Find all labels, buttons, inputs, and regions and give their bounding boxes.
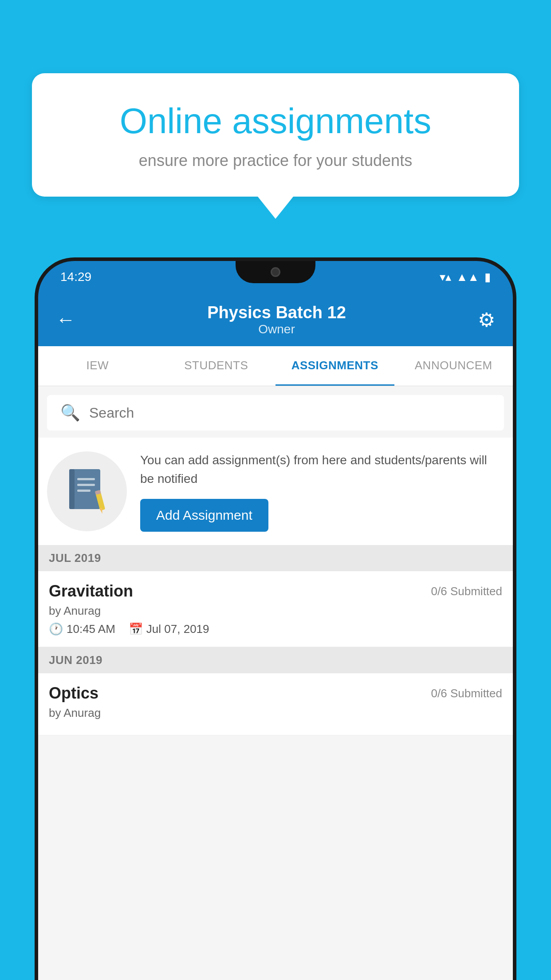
header-center: Physics Batch 12 Owner bbox=[207, 303, 346, 336]
search-icon: 🔍 bbox=[60, 403, 80, 422]
speech-bubble-container: Online assignments ensure more practice … bbox=[32, 73, 519, 219]
section-jul-2019: JUL 2019 bbox=[38, 545, 513, 571]
assignment-gravitation-date: 📅 Jul 07, 2019 bbox=[129, 622, 209, 636]
clock-icon: 🕐 bbox=[49, 622, 63, 636]
notch bbox=[236, 261, 315, 283]
tab-students[interactable]: STUDENTS bbox=[157, 346, 276, 386]
app-header: ← Physics Batch 12 Owner ⚙ bbox=[38, 293, 513, 346]
tab-iew[interactable]: IEW bbox=[38, 346, 157, 386]
header-title: Physics Batch 12 bbox=[207, 303, 346, 322]
battery-icon: ▮ bbox=[484, 270, 491, 284]
status-icons: ▾▴ ▲▲ ▮ bbox=[440, 270, 491, 284]
section-jun-2019: JUN 2019 bbox=[38, 647, 513, 673]
tabs-bar: IEW STUDENTS ASSIGNMENTS ANNOUNCEM bbox=[38, 346, 513, 386]
svg-rect-3 bbox=[77, 484, 95, 486]
assignment-gravitation-time: 🕐 10:45 AM bbox=[49, 622, 115, 636]
assignment-optics-name: Optics bbox=[49, 684, 98, 703]
svg-rect-4 bbox=[77, 490, 91, 492]
info-card-text: You can add assignment(s) from here and … bbox=[140, 451, 504, 488]
notebook-icon-circle bbox=[47, 451, 127, 531]
speech-bubble: Online assignments ensure more practice … bbox=[32, 73, 519, 197]
search-input[interactable] bbox=[89, 405, 491, 421]
assignment-gravitation-submitted: 0/6 Submitted bbox=[431, 585, 502, 598]
bubble-title: Online assignments bbox=[63, 100, 488, 142]
svg-rect-0 bbox=[71, 469, 100, 509]
wifi-icon: ▾▴ bbox=[440, 270, 451, 284]
search-bar: 🔍 bbox=[47, 395, 504, 431]
bubble-subtitle: ensure more practice for your students bbox=[63, 151, 488, 170]
svg-rect-1 bbox=[69, 469, 75, 509]
assignment-gravitation-by: by Anurag bbox=[49, 604, 502, 618]
phone-frame: 14:29 ▾▴ ▲▲ ▮ ← Physics Batch 12 Owner ⚙… bbox=[35, 257, 516, 980]
phone-inner: 14:29 ▾▴ ▲▲ ▮ ← Physics Batch 12 Owner ⚙… bbox=[38, 261, 513, 980]
add-assignment-button[interactable]: Add Assignment bbox=[140, 499, 268, 532]
signal-icon: ▲▲ bbox=[457, 270, 479, 284]
content-area: 🔍 bbox=[38, 386, 513, 980]
assignment-optics-submitted: 0/6 Submitted bbox=[431, 687, 502, 700]
status-time: 14:29 bbox=[60, 270, 91, 284]
notch-camera bbox=[271, 267, 280, 277]
speech-bubble-tail bbox=[258, 197, 293, 219]
tab-assignments[interactable]: ASSIGNMENTS bbox=[276, 346, 394, 386]
tab-announcements[interactable]: ANNOUNCEM bbox=[394, 346, 513, 386]
notebook-icon bbox=[65, 467, 109, 516]
assignment-gravitation-name: Gravitation bbox=[49, 582, 133, 601]
assignment-optics[interactable]: Optics 0/6 Submitted by Anurag bbox=[38, 673, 513, 735]
info-card-right: You can add assignment(s) from here and … bbox=[140, 451, 504, 532]
assignment-optics-by: by Anurag bbox=[49, 706, 502, 720]
header-subtitle: Owner bbox=[207, 322, 346, 336]
assignment-gravitation[interactable]: Gravitation 0/6 Submitted by Anurag 🕐 10… bbox=[38, 571, 513, 647]
info-card: You can add assignment(s) from here and … bbox=[38, 438, 513, 545]
back-button[interactable]: ← bbox=[56, 308, 75, 331]
calendar-icon: 📅 bbox=[129, 622, 143, 636]
svg-rect-2 bbox=[77, 478, 95, 480]
settings-button[interactable]: ⚙ bbox=[478, 308, 495, 331]
